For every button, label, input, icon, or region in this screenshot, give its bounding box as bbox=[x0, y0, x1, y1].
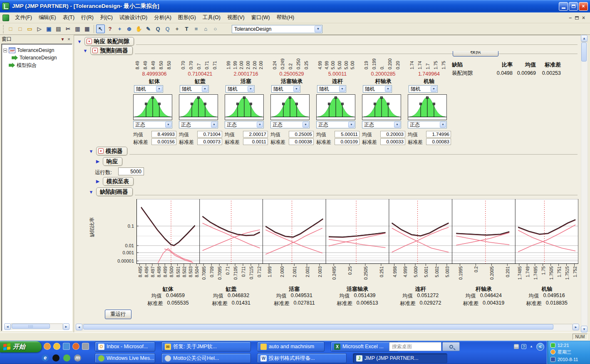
menu-item-1[interactable]: 文件(F) bbox=[12, 12, 35, 23]
random-dropdown[interactable]: 随机▼ bbox=[226, 85, 255, 93]
quick-launch-icon-5[interactable] bbox=[82, 343, 89, 350]
mean-input[interactable]: 0.71004 bbox=[197, 131, 222, 138]
scroll-up-icon[interactable]: ▲ bbox=[581, 35, 588, 42]
scroll-down-icon[interactable]: ▼ bbox=[581, 326, 588, 332]
mean-input[interactable]: 2.00017 bbox=[243, 131, 268, 138]
tree-expander-icon[interactable] bbox=[3, 49, 7, 52]
prediction-profiler-header[interactable]: ▼ 预测刻画器 bbox=[90, 46, 133, 55]
distribution-dropdown[interactable]: 正态▼ bbox=[179, 121, 218, 128]
quick-launch-row2-icon-2[interactable] bbox=[52, 354, 59, 362]
chevron-down-icon[interactable]: ▼ bbox=[394, 122, 400, 128]
collapse-triangle-icon[interactable]: ▼ bbox=[82, 48, 88, 53]
lines-tool-icon[interactable]: ≡ bbox=[192, 25, 201, 33]
random-dropdown[interactable]: 随机▼ bbox=[317, 85, 346, 93]
distribution-plot[interactable] bbox=[225, 94, 264, 120]
chevron-down-icon[interactable]: ▼ bbox=[385, 86, 391, 92]
quick-launch-icon-4[interactable] bbox=[72, 343, 79, 350]
taskbar-button-答复: 关于JMP软...[interactable]: ✉答复: 关于JMP软... bbox=[161, 342, 251, 352]
crosshair-tool-icon[interactable]: + bbox=[173, 25, 181, 33]
mean-input[interactable]: 8.49993 bbox=[151, 131, 176, 138]
distribution-plot[interactable] bbox=[179, 94, 218, 120]
taskbar-button-投标书格式科理备...[interactable]: W投标书格式科理备... bbox=[257, 353, 347, 363]
annotate-tool-icon[interactable]: T bbox=[182, 25, 191, 33]
distribution-plot[interactable] bbox=[316, 94, 355, 120]
keyboard-tray-icon[interactable] bbox=[514, 344, 519, 349]
simulate-button[interactable]: 模拟 bbox=[453, 51, 498, 57]
open-icon[interactable]: ▭ bbox=[25, 25, 34, 33]
quick-launch-icon-3[interactable] bbox=[63, 343, 70, 350]
menu-item-7[interactable]: 分析(A) bbox=[151, 12, 175, 23]
menu-item-12[interactable]: 帮助(H) bbox=[273, 12, 297, 23]
copy-icon[interactable]: ▥ bbox=[73, 25, 82, 33]
scroll-right-icon[interactable]: ► bbox=[573, 324, 579, 330]
expand-triangle-icon[interactable]: ▶ bbox=[95, 159, 101, 164]
sd-input[interactable]: 0.00038 bbox=[289, 138, 314, 145]
ellipse-tool-icon[interactable]: ○ bbox=[211, 25, 220, 33]
child-close-button[interactable]: × bbox=[582, 15, 585, 21]
panel-menu-icon[interactable]: ▼ bbox=[59, 36, 66, 42]
distribution-dropdown[interactable]: 正态▼ bbox=[316, 121, 355, 128]
taskbar-button-Microsoft Excel ...[interactable]: XMicrosoft Excel ... bbox=[331, 342, 399, 352]
chevron-down-icon[interactable]: ▼ bbox=[440, 122, 446, 128]
chevron-down-icon[interactable]: ▼ bbox=[339, 86, 345, 92]
mean-input[interactable]: 0.25005 bbox=[289, 131, 314, 138]
menu-item-3[interactable]: 表(T) bbox=[59, 12, 78, 23]
defect-profiler-header[interactable]: 缺陷刻画器 bbox=[96, 187, 133, 196]
red-triangle-menu-icon[interactable]: ▼ bbox=[87, 39, 92, 44]
collapse-triangle-icon[interactable]: ▼ bbox=[88, 189, 94, 194]
help-tray-icon[interactable]: ? bbox=[521, 344, 526, 349]
sd-input[interactable]: 0.00156 bbox=[151, 138, 176, 145]
quick-launch-icon-1[interactable] bbox=[44, 343, 51, 350]
sd-input[interactable]: 0.00073 bbox=[197, 138, 222, 145]
report-selector-combo[interactable]: ToleranceDesign ▼ bbox=[232, 25, 322, 33]
random-dropdown[interactable]: 随机▼ bbox=[363, 85, 392, 93]
grabber-tool-icon[interactable]: ✋ bbox=[134, 25, 143, 33]
menu-item-10[interactable]: 视图(V) bbox=[224, 12, 248, 23]
child-minimize-button[interactable]: − bbox=[569, 15, 572, 21]
expand-tray-icon[interactable]: ▴ bbox=[529, 344, 534, 349]
simulate-to-table-header[interactable]: 模拟至表 bbox=[103, 177, 134, 186]
magnifier-out-tool-icon[interactable]: Q bbox=[154, 25, 162, 33]
scroll-left-icon[interactable]: ◄ bbox=[76, 324, 82, 330]
new-document-icon[interactable]: □ bbox=[6, 25, 15, 33]
sidebar-item-ToleranceDesign[interactable]: ToleranceDesign bbox=[3, 54, 71, 61]
search-button[interactable] bbox=[442, 342, 460, 351]
random-dropdown[interactable]: 随机▼ bbox=[180, 85, 209, 93]
chevron-down-icon[interactable]: ▼ bbox=[302, 122, 309, 128]
chevron-down-icon[interactable]: ▼ bbox=[315, 26, 322, 32]
sim-response-header[interactable]: 响应 bbox=[103, 157, 122, 166]
brush-tool-icon[interactable]: ✎ bbox=[144, 25, 153, 33]
sd-input[interactable]: 0.00033 bbox=[380, 138, 405, 145]
quick-launch-row2-icon-3[interactable] bbox=[63, 354, 70, 362]
chevron-down-icon[interactable]: ▼ bbox=[293, 86, 300, 92]
simulator-header[interactable]: ▼ 模拟器 bbox=[96, 147, 127, 155]
chevron-down-icon[interactable]: ▼ bbox=[156, 86, 162, 92]
menu-item-4[interactable]: 行(R) bbox=[78, 12, 97, 23]
mean-input[interactable]: 0.20003 bbox=[380, 131, 405, 138]
mean-input[interactable]: 5.00011 bbox=[335, 131, 359, 138]
sd-input[interactable]: 0.00109 bbox=[335, 138, 359, 145]
mover-tool-icon[interactable]: + bbox=[115, 25, 124, 33]
taskbar-button-auto and machnism[interactable]: auto and machnism bbox=[257, 342, 325, 352]
menu-item-5[interactable]: 列(C) bbox=[97, 12, 116, 23]
quick-launch-icon-2[interactable] bbox=[53, 343, 60, 350]
chevron-down-icon[interactable]: ▼ bbox=[211, 122, 217, 128]
distribution-dropdown[interactable]: 正态▼ bbox=[408, 121, 447, 128]
start-button[interactable]: 开始 bbox=[0, 341, 42, 352]
sidebar-item-ToleranceDesign[interactable]: ToleranceDesign bbox=[3, 47, 71, 54]
sd-input[interactable]: 0.00083 bbox=[426, 138, 451, 145]
menu-item-8[interactable]: 图形(G) bbox=[175, 12, 199, 23]
runs-input[interactable]: 5000 bbox=[118, 167, 144, 175]
close-button[interactable]: × bbox=[579, 2, 588, 11]
minimize-button[interactable] bbox=[559, 2, 568, 11]
document-vscrollbar[interactable]: ▲ ▼ bbox=[581, 35, 588, 332]
simulate-button-clipped[interactable]: 模拟 bbox=[452, 51, 500, 57]
paste-icon[interactable]: ▦ bbox=[83, 25, 92, 33]
new-journal-icon[interactable]: □ bbox=[16, 25, 25, 33]
taskbar-button-JMP (JMP PARTNER...[interactable]: JJMP (JMP PARTNER... bbox=[353, 353, 447, 363]
arrow-tool-icon[interactable]: ↖ bbox=[96, 25, 105, 33]
rerun-button[interactable]: 重运行 bbox=[105, 310, 131, 319]
sidebar-hscrollbar[interactable]: ◄ |||| ► bbox=[4, 323, 69, 330]
polygon-tool-icon[interactable]: ⌂ bbox=[201, 25, 210, 33]
collapse-triangle-icon[interactable]: ▼ bbox=[88, 149, 94, 154]
